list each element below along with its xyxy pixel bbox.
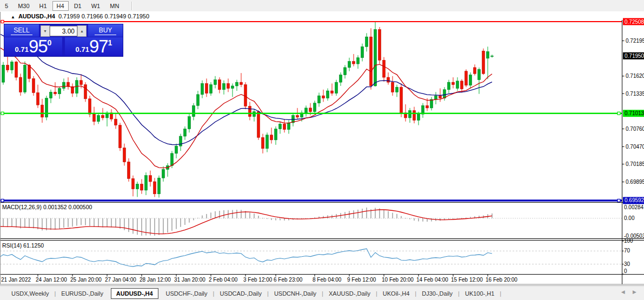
svg-text:24 Jan 12:00: 24 Jan 12:00 bbox=[36, 277, 67, 283]
svg-text:0.002841: 0.002841 bbox=[624, 204, 644, 210]
buy-button[interactable]: BUY bbox=[88, 24, 123, 37]
rsi-indicator-label: RSI(14) 61.1250 bbox=[2, 242, 44, 249]
period-button-MN[interactable]: MN bbox=[105, 2, 123, 10]
volume-input[interactable]: 3.00 bbox=[50, 26, 77, 36]
volume-increase-button[interactable]: ▲ bbox=[77, 25, 87, 37]
svg-text:0.69592: 0.69592 bbox=[625, 197, 644, 203]
svg-text:0.71335: 0.71335 bbox=[626, 91, 644, 97]
tab-divider: | bbox=[415, 290, 416, 297]
svg-text:30: 30 bbox=[624, 261, 630, 267]
tab-divider: | bbox=[500, 290, 501, 297]
tab-usdcnh-daily[interactable]: USDCNH-,Daily bbox=[269, 288, 321, 299]
svg-text:0.72508: 0.72508 bbox=[625, 19, 644, 25]
tab-divider: | bbox=[213, 290, 215, 297]
chart-title: ▲AUDUSD-,H4 0.71959 0.71966 0.71949 0.71… bbox=[11, 13, 149, 21]
tab-divider: | bbox=[376, 290, 377, 297]
buy-button-label: BUY bbox=[99, 26, 112, 34]
svg-text:100: 100 bbox=[624, 238, 633, 244]
tab-usdx-weekly[interactable]: USDX,Weekly bbox=[6, 288, 54, 299]
svg-text:6 Feb 23:00: 6 Feb 23:00 bbox=[274, 277, 303, 283]
tab-divider: | bbox=[458, 290, 460, 297]
tabs-scroll-left-icon[interactable]: ◀ bbox=[621, 289, 625, 295]
mt4-window: 5M30H1H4D1W1MN ▲AUDUSD-,H4 0.71959 0.719… bbox=[0, 0, 644, 300]
tab-divider: | bbox=[322, 290, 323, 297]
volume-decrease-button[interactable]: ▼ bbox=[41, 25, 50, 37]
toolbar-separator bbox=[131, 2, 132, 10]
svg-text:10 Feb 20:00: 10 Feb 20:00 bbox=[382, 277, 414, 283]
tab-usdchf-daily[interactable]: USDCHF-,Daily bbox=[161, 288, 213, 299]
svg-text:8 Feb 04:00: 8 Feb 04:00 bbox=[313, 277, 342, 283]
svg-text:27 Jan 04:00: 27 Jan 04:00 bbox=[105, 277, 136, 283]
svg-text:3 Feb 12:00: 3 Feb 12:00 bbox=[243, 277, 273, 283]
ask-price-display[interactable]: 0.71971 bbox=[65, 37, 123, 56]
svg-text:28 Jan 12:00: 28 Jan 12:00 bbox=[140, 277, 171, 283]
symbol-marker-icon: ▲ bbox=[11, 15, 15, 19]
tab-divider: | bbox=[267, 290, 269, 297]
period-button-H4[interactable]: H4 bbox=[52, 1, 69, 11]
tab-divider: | bbox=[54, 290, 56, 297]
macd-indicator-label: MACD(12,26,9) 0.001352 0.000500 bbox=[2, 204, 92, 210]
tab-eurusd-daily[interactable]: EURUSD-,Daily bbox=[56, 288, 108, 299]
svg-text:0.70185: 0.70185 bbox=[626, 161, 644, 167]
period-button-M30[interactable]: M30 bbox=[14, 2, 34, 10]
svg-text:31 Jan 20:00: 31 Jan 20:00 bbox=[174, 277, 205, 283]
svg-text:0.72195: 0.72195 bbox=[626, 38, 644, 44]
period-button-W1[interactable]: W1 bbox=[87, 2, 105, 10]
svg-text:70: 70 bbox=[624, 248, 630, 254]
tab-ukoil-h4[interactable]: UKOil-,H4 bbox=[378, 288, 415, 299]
chart-window[interactable]: ▲AUDUSD-,H4 0.71959 0.71966 0.71949 0.71… bbox=[0, 11, 644, 285]
tab-dj30-daily[interactable]: DJ30-,Daily bbox=[417, 288, 457, 299]
svg-text:2 Feb 04:00: 2 Feb 04:00 bbox=[209, 277, 238, 283]
svg-text:16 Feb 20:00: 16 Feb 20:00 bbox=[486, 277, 517, 283]
sell-button-label: SELL bbox=[14, 26, 29, 34]
symbol-tab-bar: USDX,Weekly|EURUSD-,Daily|AUDUSD-,H4|USD… bbox=[0, 285, 644, 300]
svg-text:0.71620: 0.71620 bbox=[626, 73, 644, 79]
tab-uk100-h1[interactable]: UK100-,H1 bbox=[460, 288, 499, 299]
period-button-H1[interactable]: H1 bbox=[35, 2, 51, 10]
svg-text:0: 0 bbox=[624, 268, 627, 274]
chart-ohlc-values: 0.71959 0.71966 0.71949 0.71950 bbox=[58, 13, 149, 19]
svg-text:14 Feb 04:00: 14 Feb 04:00 bbox=[416, 277, 448, 283]
svg-text:0.71013: 0.71013 bbox=[625, 110, 644, 116]
svg-text:0.70760: 0.70760 bbox=[626, 126, 644, 132]
svg-text:0.00: 0.00 bbox=[624, 215, 635, 221]
tabs-scroll-right-icon[interactable]: ▶ bbox=[633, 289, 636, 295]
one-click-trading-panel: SELL ▼ 3.00 ▲ BUY 0.71950 0.71971 bbox=[4, 24, 123, 56]
svg-text:0.69895: 0.69895 bbox=[626, 179, 644, 185]
timeframe-toolbar: 5M30H1H4D1W1MN bbox=[0, 0, 644, 12]
svg-text:0.70470: 0.70470 bbox=[626, 144, 644, 150]
svg-text:15 Feb 12:00: 15 Feb 12:00 bbox=[451, 277, 483, 283]
tab-usdcad-daily[interactable]: USDCAD-,Daily bbox=[215, 288, 267, 299]
sell-button[interactable]: SELL bbox=[4, 24, 39, 37]
tab-audusd-h4[interactable]: AUDUSD-,H4 bbox=[111, 288, 158, 299]
svg-text:25 Jan 20:00: 25 Jan 20:00 bbox=[70, 277, 102, 283]
svg-text:21 Jan 2022: 21 Jan 2022 bbox=[1, 277, 31, 283]
bid-price-display[interactable]: 0.71950 bbox=[4, 37, 62, 56]
svg-text:0.71950: 0.71950 bbox=[625, 53, 644, 59]
svg-text:9 Feb 12:00: 9 Feb 12:00 bbox=[347, 277, 376, 283]
period-button-D1[interactable]: D1 bbox=[70, 2, 86, 10]
tab-xauusd-daily[interactable]: XAUUSD-,Daily bbox=[324, 288, 375, 299]
period-button-5[interactable]: 5 bbox=[1, 2, 12, 10]
chart-symbol-label: AUDUSD-,H4 bbox=[18, 13, 55, 19]
